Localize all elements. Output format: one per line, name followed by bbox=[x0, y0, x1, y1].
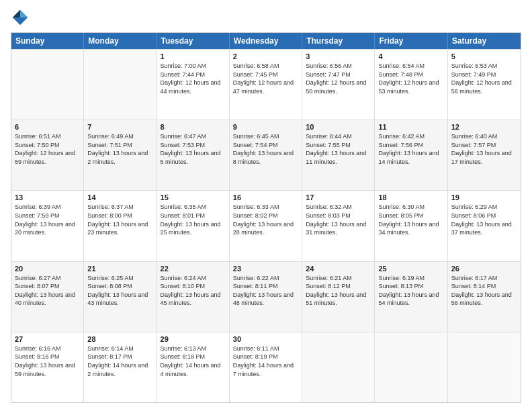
weekday-header: Monday bbox=[84, 33, 157, 49]
cell-info: Sunrise: 6:47 AM Sunset: 7:53 PM Dayligh… bbox=[161, 132, 226, 166]
calendar-cell: 27Sunrise: 6:16 AM Sunset: 8:16 PM Dayli… bbox=[11, 332, 84, 402]
cell-info: Sunrise: 6:54 AM Sunset: 7:48 PM Dayligh… bbox=[378, 62, 443, 95]
logo bbox=[11, 8, 32, 27]
day-number: 13 bbox=[15, 193, 80, 201]
day-number: 18 bbox=[378, 193, 443, 201]
day-number: 11 bbox=[378, 123, 443, 131]
calendar-cell: 18Sunrise: 6:30 AM Sunset: 8:05 PM Dayli… bbox=[375, 191, 447, 261]
day-number: 20 bbox=[15, 265, 80, 273]
day-number: 17 bbox=[306, 193, 371, 201]
calendar-cell: 4Sunrise: 6:54 AM Sunset: 7:48 PM Daylig… bbox=[375, 50, 447, 120]
cell-info: Sunrise: 6:17 AM Sunset: 8:14 PM Dayligh… bbox=[451, 274, 517, 308]
day-number: 26 bbox=[451, 265, 517, 273]
day-number: 6 bbox=[15, 123, 80, 131]
calendar-cell: 26Sunrise: 6:17 AM Sunset: 8:14 PM Dayli… bbox=[448, 262, 521, 332]
day-number: 10 bbox=[306, 123, 371, 131]
calendar-cell: 23Sunrise: 6:22 AM Sunset: 8:11 PM Dayli… bbox=[230, 262, 302, 332]
cell-info: Sunrise: 7:00 AM Sunset: 7:44 PM Dayligh… bbox=[161, 62, 226, 95]
day-number: 1 bbox=[161, 52, 226, 60]
weekday-header: Friday bbox=[375, 33, 447, 49]
calendar-row: 20Sunrise: 6:27 AM Sunset: 8:07 PM Dayli… bbox=[11, 261, 521, 332]
empty-cell bbox=[84, 50, 157, 120]
cell-info: Sunrise: 6:37 AM Sunset: 8:00 PM Dayligh… bbox=[87, 203, 152, 236]
cell-info: Sunrise: 6:22 AM Sunset: 8:11 PM Dayligh… bbox=[233, 274, 298, 308]
cell-info: Sunrise: 6:14 AM Sunset: 8:17 PM Dayligh… bbox=[87, 345, 152, 378]
calendar-cell: 8Sunrise: 6:47 AM Sunset: 7:53 PM Daylig… bbox=[157, 120, 230, 190]
calendar-row: 6Sunrise: 6:51 AM Sunset: 7:50 PM Daylig… bbox=[11, 120, 521, 190]
calendar-cell: 7Sunrise: 6:49 AM Sunset: 7:51 PM Daylig… bbox=[84, 120, 157, 190]
calendar-cell: 1Sunrise: 7:00 AM Sunset: 7:44 PM Daylig… bbox=[157, 50, 230, 120]
day-number: 22 bbox=[161, 265, 226, 273]
day-number: 7 bbox=[87, 123, 152, 131]
weekday-header: Wednesday bbox=[230, 33, 302, 49]
cell-info: Sunrise: 6:53 AM Sunset: 7:49 PM Dayligh… bbox=[451, 62, 517, 95]
day-number: 12 bbox=[451, 123, 517, 131]
day-number: 14 bbox=[87, 193, 152, 201]
cell-info: Sunrise: 6:51 AM Sunset: 7:50 PM Dayligh… bbox=[15, 132, 80, 166]
cell-info: Sunrise: 6:29 AM Sunset: 8:06 PM Dayligh… bbox=[451, 203, 517, 236]
day-number: 23 bbox=[233, 265, 298, 273]
calendar-body: 1Sunrise: 7:00 AM Sunset: 7:44 PM Daylig… bbox=[11, 49, 521, 402]
calendar-cell: 15Sunrise: 6:35 AM Sunset: 8:01 PM Dayli… bbox=[157, 191, 230, 261]
cell-info: Sunrise: 6:19 AM Sunset: 8:13 PM Dayligh… bbox=[378, 274, 443, 308]
day-number: 5 bbox=[451, 52, 517, 60]
calendar-cell: 13Sunrise: 6:39 AM Sunset: 7:59 PM Dayli… bbox=[11, 191, 84, 261]
day-number: 8 bbox=[161, 123, 226, 131]
calendar-cell: 16Sunrise: 6:33 AM Sunset: 8:02 PM Dayli… bbox=[230, 191, 302, 261]
calendar-header: SundayMondayTuesdayWednesdayThursdayFrid… bbox=[11, 33, 521, 49]
weekday-header: Sunday bbox=[11, 33, 84, 49]
calendar-cell: 30Sunrise: 6:11 AM Sunset: 8:19 PM Dayli… bbox=[230, 332, 302, 402]
page: SundayMondayTuesdayWednesdayThursdayFrid… bbox=[0, 0, 532, 411]
cell-info: Sunrise: 6:40 AM Sunset: 7:57 PM Dayligh… bbox=[451, 132, 517, 166]
header bbox=[11, 8, 521, 27]
calendar-row: 13Sunrise: 6:39 AM Sunset: 7:59 PM Dayli… bbox=[11, 190, 521, 261]
calendar-cell: 3Sunrise: 6:56 AM Sunset: 7:47 PM Daylig… bbox=[302, 50, 375, 120]
cell-info: Sunrise: 6:56 AM Sunset: 7:47 PM Dayligh… bbox=[306, 62, 371, 95]
calendar-row: 27Sunrise: 6:16 AM Sunset: 8:16 PM Dayli… bbox=[11, 332, 521, 402]
weekday-header: Tuesday bbox=[157, 33, 230, 49]
calendar-cell: 12Sunrise: 6:40 AM Sunset: 7:57 PM Dayli… bbox=[448, 120, 521, 190]
cell-info: Sunrise: 6:35 AM Sunset: 8:01 PM Dayligh… bbox=[161, 203, 226, 236]
cell-info: Sunrise: 6:27 AM Sunset: 8:07 PM Dayligh… bbox=[15, 274, 80, 308]
day-number: 25 bbox=[378, 265, 443, 273]
svg-marker-1 bbox=[20, 10, 28, 17]
day-number: 4 bbox=[378, 52, 443, 60]
calendar-row: 1Sunrise: 7:00 AM Sunset: 7:44 PM Daylig… bbox=[11, 49, 521, 120]
day-number: 21 bbox=[87, 265, 152, 273]
cell-info: Sunrise: 6:32 AM Sunset: 8:03 PM Dayligh… bbox=[306, 203, 371, 236]
calendar-cell: 22Sunrise: 6:24 AM Sunset: 8:10 PM Dayli… bbox=[157, 262, 230, 332]
day-number: 9 bbox=[233, 123, 298, 131]
calendar-cell: 25Sunrise: 6:19 AM Sunset: 8:13 PM Dayli… bbox=[375, 262, 447, 332]
cell-info: Sunrise: 6:42 AM Sunset: 7:56 PM Dayligh… bbox=[378, 132, 443, 166]
day-number: 28 bbox=[87, 335, 152, 343]
empty-cell bbox=[375, 332, 447, 402]
cell-info: Sunrise: 6:24 AM Sunset: 8:10 PM Dayligh… bbox=[161, 274, 226, 308]
day-number: 24 bbox=[306, 265, 371, 273]
day-number: 27 bbox=[15, 335, 80, 343]
cell-info: Sunrise: 6:49 AM Sunset: 7:51 PM Dayligh… bbox=[87, 132, 152, 166]
day-number: 19 bbox=[451, 193, 517, 201]
calendar-cell: 17Sunrise: 6:32 AM Sunset: 8:03 PM Dayli… bbox=[302, 191, 375, 261]
logo-icon bbox=[11, 8, 30, 27]
calendar-cell: 9Sunrise: 6:45 AM Sunset: 7:54 PM Daylig… bbox=[230, 120, 302, 190]
cell-info: Sunrise: 6:16 AM Sunset: 8:16 PM Dayligh… bbox=[15, 345, 80, 378]
cell-info: Sunrise: 6:39 AM Sunset: 7:59 PM Dayligh… bbox=[15, 203, 80, 236]
calendar-cell: 5Sunrise: 6:53 AM Sunset: 7:49 PM Daylig… bbox=[448, 50, 521, 120]
calendar-cell: 21Sunrise: 6:25 AM Sunset: 8:08 PM Dayli… bbox=[84, 262, 157, 332]
day-number: 29 bbox=[161, 335, 226, 343]
empty-cell bbox=[11, 50, 84, 120]
calendar-cell: 19Sunrise: 6:29 AM Sunset: 8:06 PM Dayli… bbox=[448, 191, 521, 261]
cell-info: Sunrise: 6:33 AM Sunset: 8:02 PM Dayligh… bbox=[233, 203, 298, 236]
weekday-header: Thursday bbox=[302, 33, 375, 49]
cell-info: Sunrise: 6:45 AM Sunset: 7:54 PM Dayligh… bbox=[233, 132, 298, 166]
svg-marker-2 bbox=[13, 10, 20, 17]
cell-info: Sunrise: 6:25 AM Sunset: 8:08 PM Dayligh… bbox=[87, 274, 152, 308]
calendar-cell: 28Sunrise: 6:14 AM Sunset: 8:17 PM Dayli… bbox=[84, 332, 157, 402]
calendar-cell: 14Sunrise: 6:37 AM Sunset: 8:00 PM Dayli… bbox=[84, 191, 157, 261]
day-number: 3 bbox=[306, 52, 371, 60]
calendar-cell: 10Sunrise: 6:44 AM Sunset: 7:55 PM Dayli… bbox=[302, 120, 375, 190]
cell-info: Sunrise: 6:58 AM Sunset: 7:45 PM Dayligh… bbox=[233, 62, 298, 95]
day-number: 16 bbox=[233, 193, 298, 201]
calendar-cell: 2Sunrise: 6:58 AM Sunset: 7:45 PM Daylig… bbox=[230, 50, 302, 120]
cell-info: Sunrise: 6:30 AM Sunset: 8:05 PM Dayligh… bbox=[378, 203, 443, 236]
